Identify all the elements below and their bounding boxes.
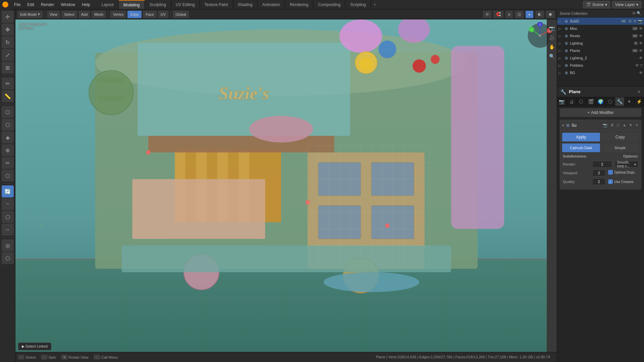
mod-down-icon[interactable]: ▼ <box>628 122 633 128</box>
spin-tool-item[interactable]: ← Spin <box>41 355 56 359</box>
view-layer-selector[interactable]: View Layer ▾ <box>612 1 641 8</box>
viewport-value-input[interactable]: 2 <box>592 170 605 176</box>
mod-render-icon[interactable]: ⬡ <box>616 122 621 128</box>
add-workspace-button[interactable]: + <box>371 0 379 9</box>
edge-slide-tool[interactable]: ↔ <box>2 224 14 236</box>
render-props-tab[interactable]: 📷 <box>557 97 567 106</box>
select-menu-btn[interactable]: Select <box>61 11 77 18</box>
tab-sculpting[interactable]: Sculpting <box>145 0 171 9</box>
video-icon[interactable]: 🎥 <box>548 34 556 42</box>
mesh-menu-btn[interactable]: Mesh <box>92 11 106 18</box>
solid-view-btn[interactable]: ● <box>526 11 533 18</box>
xray-btn[interactable]: ◫ <box>515 11 524 18</box>
modifier-props-tab[interactable]: 🔧 <box>615 97 625 106</box>
mod-viewport-icon[interactable]: 🖥 <box>609 122 614 128</box>
zoom-icon[interactable]: 🔍 <box>548 52 556 60</box>
close-icon[interactable]: ✕ <box>637 89 641 94</box>
optimal-disp-checkbox[interactable] <box>608 170 613 175</box>
polypen-tool[interactable]: ⬡ <box>2 170 14 182</box>
visibility-icon-bg[interactable]: 👁 <box>639 71 643 75</box>
shrink-fatten-tool[interactable]: ◎ <box>2 239 14 251</box>
vertex-mode-btn[interactable]: Vertex <box>110 11 126 18</box>
viewport[interactable]: Edit Mode ▾ View Select Add Mesh Vertex … <box>15 9 557 362</box>
tab-scripting[interactable]: Scripting <box>345 0 371 9</box>
outliner-search-icon[interactable]: 🔍 <box>637 11 641 15</box>
spin-tool[interactable]: 🔄 <box>2 185 14 197</box>
edge-mode-btn[interactable]: Edge <box>127 11 142 18</box>
select-tool-item[interactable]: ← Select <box>18 355 36 359</box>
outliner-item-bg[interactable]: ▷ ⊞ BG 👁 <box>557 69 644 76</box>
use-creases-checkbox[interactable]: ✓ <box>608 179 613 184</box>
mod-up-icon[interactable]: ▲ <box>622 122 627 128</box>
object-props-tab[interactable]: ⬡ <box>605 97 615 106</box>
tab-uv-editing[interactable]: UV Editing <box>171 0 200 9</box>
copy-button[interactable]: Copy <box>601 133 639 141</box>
3d-scene-canvas[interactable]: Suzie's <box>15 19 547 352</box>
outliner-item-subd[interactable]: ▷ ⊞ SubD 05 2 👁 📷 <box>557 17 644 25</box>
camera-icon[interactable]: 📷 <box>548 24 556 32</box>
smooth-dropdown[interactable]: Smooth, keep c... ▾ <box>615 161 639 168</box>
window-menu[interactable]: Window <box>57 0 78 9</box>
mode-dropdown[interactable]: Edit Mode ▾ <box>17 11 43 18</box>
add-menu-btn[interactable]: Add <box>78 11 91 18</box>
blender-logo-icon[interactable]: 🟠 <box>0 0 11 9</box>
outliner-item-plants[interactable]: ▷ ⊞ Plants 44 👁 <box>557 47 644 54</box>
visibility-icon-lighting2[interactable]: 👁 <box>639 56 643 60</box>
cursor-tool[interactable]: ✛ <box>2 11 14 23</box>
mod-camera-icon[interactable]: 📷 <box>602 122 608 128</box>
inset-tool[interactable]: ⬠ <box>2 119 14 131</box>
material-view-btn[interactable]: ◐ <box>535 11 544 18</box>
tab-compositing[interactable]: Compositing <box>313 0 345 9</box>
output-props-tab[interactable]: 🖨 <box>567 97 577 106</box>
scene-props-tab[interactable]: 🎬 <box>586 97 596 106</box>
mod-close-icon[interactable]: ✕ <box>635 122 639 128</box>
outliner-item-misc[interactable]: ▷ ⊞ Misc 10 👁 <box>557 25 644 32</box>
world-props-tab[interactable]: 🌍 <box>596 97 605 106</box>
outliner-item-lighting[interactable]: ▷ ⊞ Lighting 5 👁 <box>557 40 644 47</box>
scene-selector[interactable]: 🎬 Scene ▾ <box>583 1 610 8</box>
file-menu[interactable]: File <box>11 0 24 9</box>
physics-tab[interactable]: ⚡ <box>634 97 644 106</box>
move-tool[interactable]: ✥ <box>2 23 14 36</box>
filter-icon-pebbles[interactable]: ▽ <box>640 63 643 68</box>
hand-icon[interactable]: ✋ <box>548 43 556 51</box>
outliner-filter-icon[interactable]: ⚙ <box>632 11 636 15</box>
rendered-view-btn[interactable]: ◉ <box>546 11 555 18</box>
transform-tool[interactable]: ⊞ <box>2 62 14 74</box>
proportional-edit[interactable]: ⊙ <box>483 11 491 18</box>
extrude-tool[interactable]: ⬡ <box>2 106 14 118</box>
visibility-icon-plants[interactable]: 👁 <box>639 49 643 53</box>
render-icon-subd[interactable]: 📷 <box>638 19 643 23</box>
visibility-icon-pebbles[interactable]: 👁 <box>635 63 639 68</box>
catmull-clark-button[interactable]: Catmull-Clark <box>562 143 600 152</box>
edit-menu[interactable]: Edit <box>24 0 38 9</box>
add-modifier-button[interactable]: + Add Modifier <box>560 108 641 117</box>
render-menu[interactable]: Render <box>38 0 57 9</box>
visibility-icon-rivets[interactable]: 👁 <box>639 34 643 38</box>
mod-expand-icon[interactable]: ▾ <box>562 123 564 128</box>
tab-animation[interactable]: Animation <box>258 0 285 9</box>
tab-modeling[interactable]: Modeling <box>119 0 145 9</box>
outliner-item-lighting2[interactable]: ▷ ⊞ Lighting_2 👁 <box>557 54 644 62</box>
knife-tool[interactable]: ✂ <box>2 157 14 169</box>
outliner-item-pebbles[interactable]: ▷ ⊞ Pebbles 👁 ▽ <box>557 62 644 69</box>
quality-value-input[interactable]: 2 <box>592 178 605 185</box>
randomize-tool[interactable]: ⬡ <box>2 211 14 223</box>
shear-tool[interactable]: ⬡ <box>2 252 14 264</box>
visibility-icon-subd[interactable]: 👁 <box>633 19 637 23</box>
scale-tool[interactable]: ⤢ <box>2 49 14 61</box>
smooth-tool[interactable]: ~ <box>2 198 14 210</box>
render-value-input[interactable]: 2 <box>592 161 612 168</box>
tab-rendering[interactable]: Rendering <box>285 0 313 9</box>
apply-button[interactable]: Apply <box>562 133 600 141</box>
view-menu-btn[interactable]: View <box>47 11 60 18</box>
tab-shading[interactable]: Shading <box>233 0 258 9</box>
tab-texture-paint[interactable]: Texture Paint <box>200 0 233 9</box>
snap-btn[interactable]: 🧲 <box>493 11 503 18</box>
visibility-icon-lighting[interactable]: 👁 <box>639 41 643 45</box>
rotate-tool[interactable]: ↻ <box>2 36 14 48</box>
bevel-tool[interactable]: ◈ <box>2 131 14 143</box>
help-menu[interactable]: Help <box>78 0 94 9</box>
face-mode-btn[interactable]: Face <box>143 11 156 18</box>
measure-tool[interactable]: 📏 <box>2 90 14 102</box>
